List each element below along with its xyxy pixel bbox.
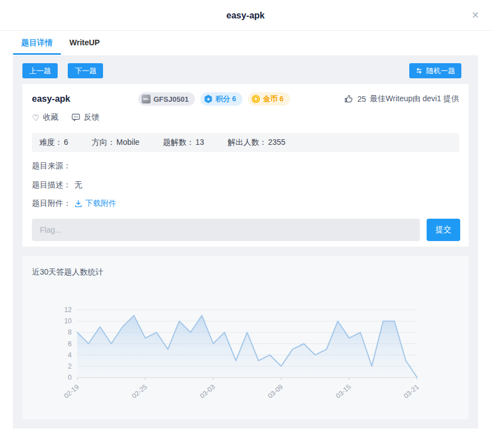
question-nav-row: 上一题 下一题 随机一题 bbox=[22, 63, 469, 78]
tab-writeup[interactable]: WriteUP bbox=[61, 31, 108, 55]
stat-writeup-count: 题解数：13 bbox=[163, 138, 204, 148]
close-icon[interactable]: ✕ bbox=[469, 9, 482, 22]
feedback-button[interactable]: 反馈 bbox=[72, 112, 99, 122]
chart-svg: 02468101202-1902-2503-0303-0903-1503-21 bbox=[43, 295, 460, 407]
svg-text:03-03: 03-03 bbox=[198, 383, 217, 400]
score-badge: ★ 积分 6 bbox=[200, 92, 242, 106]
download-link-label: 下载附件 bbox=[85, 199, 116, 209]
thumbs-up-icon[interactable] bbox=[344, 95, 353, 103]
coin-badge-label: 金币 6 bbox=[263, 94, 284, 104]
comment-icon bbox=[72, 114, 80, 121]
like-writeup-row: 25 最佳Writeup由 devi1 提供 bbox=[344, 94, 459, 104]
tab-bar: 题目详情 WriteUP bbox=[13, 31, 108, 55]
tab-content-panel: 上一题 下一题 随机一题 easy-apk NO. GFSJ0501 ★ bbox=[13, 55, 478, 428]
svg-text:02-19: 02-19 bbox=[62, 383, 81, 400]
best-writeup-text: 最佳Writeup由 devi1 提供 bbox=[370, 94, 459, 104]
svg-text:★: ★ bbox=[206, 97, 210, 102]
favorite-button[interactable]: ♡ 收藏 bbox=[32, 112, 58, 122]
number-tag-icon: NO. bbox=[142, 95, 151, 103]
random-question-label: 随机一题 bbox=[426, 66, 455, 76]
score-badge-label: 积分 6 bbox=[216, 94, 236, 104]
svg-text:6: 6 bbox=[68, 340, 72, 348]
svg-text:12: 12 bbox=[64, 306, 72, 314]
svg-text:10: 10 bbox=[64, 317, 72, 325]
attachment-label: 题目附件： bbox=[32, 199, 71, 209]
stat-category: 方向：Mobile bbox=[92, 138, 139, 148]
attachment-row: 题目附件： 下载附件 bbox=[32, 199, 116, 209]
chart-title: 近30天答题人数统计 bbox=[32, 267, 104, 277]
shuffle-icon bbox=[415, 67, 423, 74]
svg-text:2: 2 bbox=[68, 362, 72, 370]
random-question-button[interactable]: 随机一题 bbox=[409, 63, 461, 78]
svg-text:8: 8 bbox=[68, 328, 72, 336]
heart-icon: ♡ bbox=[32, 114, 39, 122]
like-count: 25 bbox=[357, 95, 366, 103]
svg-text:02-25: 02-25 bbox=[130, 383, 149, 400]
stats-chart-card: 近30天答题人数统计 02468101202-1902-2503-0303-09… bbox=[22, 256, 469, 419]
description-row: 题目描述： 无 bbox=[32, 180, 82, 190]
solvers-area-chart: 02468101202-1902-2503-0303-0903-1503-21 bbox=[43, 295, 460, 407]
svg-text:03-21: 03-21 bbox=[402, 383, 420, 400]
svg-text:03-09: 03-09 bbox=[266, 383, 285, 400]
dialog-title: easy-apk bbox=[0, 0, 491, 31]
svg-text:03-15: 03-15 bbox=[334, 383, 353, 400]
prev-question-button[interactable]: 上一题 bbox=[22, 63, 58, 78]
description-value: 无 bbox=[74, 180, 82, 190]
challenge-dialog: easy-apk ✕ 题目详情 WriteUP 上一题 下一题 随机一题 eas… bbox=[0, 0, 491, 448]
source-row: 题目来源： bbox=[32, 161, 74, 171]
stat-solver-count: 解出人数：2355 bbox=[228, 138, 286, 148]
challenge-actions: ♡ 收藏 反馈 bbox=[32, 112, 99, 122]
svg-text:4: 4 bbox=[68, 351, 72, 359]
source-label: 题目来源： bbox=[32, 161, 71, 171]
description-label: 题目描述： bbox=[32, 180, 71, 190]
tab-challenge-detail[interactable]: 题目详情 bbox=[13, 31, 61, 55]
flag-submit-row: 提交 bbox=[32, 219, 460, 241]
stats-bar: 难度：6 方向：Mobile 题解数：13 解出人数：2355 bbox=[32, 133, 459, 152]
gold-coin-icon bbox=[251, 95, 260, 103]
download-icon bbox=[74, 200, 82, 208]
svg-text:0: 0 bbox=[68, 374, 72, 381]
flag-input[interactable] bbox=[32, 219, 420, 241]
dialog-header: easy-apk ✕ bbox=[0, 0, 491, 31]
challenge-title-row: easy-apk NO. GFSJ0501 ★ 积分 6 金币 6 bbox=[32, 92, 459, 106]
score-star-icon: ★ bbox=[204, 95, 213, 103]
feedback-label: 反馈 bbox=[83, 112, 99, 122]
favorite-label: 收藏 bbox=[43, 112, 58, 122]
stat-difficulty: 难度：6 bbox=[39, 138, 68, 148]
challenge-name: easy-apk bbox=[32, 94, 138, 104]
download-attachment-link[interactable]: 下载附件 bbox=[74, 199, 116, 209]
challenge-id-badge: NO. GFSJ0501 bbox=[138, 92, 195, 106]
challenge-id-text: GFSJ0501 bbox=[153, 95, 189, 103]
coin-badge: 金币 6 bbox=[248, 92, 290, 106]
next-question-button[interactable]: 下一题 bbox=[68, 63, 103, 78]
challenge-info-card: easy-apk NO. GFSJ0501 ★ 积分 6 金币 6 bbox=[22, 84, 469, 247]
submit-flag-button[interactable]: 提交 bbox=[427, 219, 460, 241]
